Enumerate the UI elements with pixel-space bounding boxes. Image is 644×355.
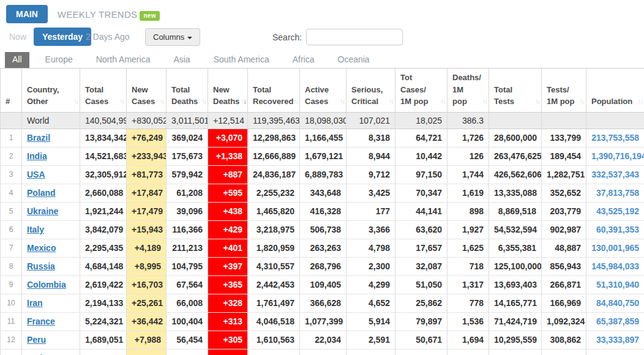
cell-new_cases: +7,988	[127, 331, 167, 349]
country-link[interactable]: France	[27, 316, 55, 326]
sort-icon: ↑↓	[201, 96, 206, 106]
cell-deaths_1m_pop: 1,726	[447, 129, 489, 147]
col-header-total_deaths[interactable]: TotalDeaths↑↓	[167, 69, 208, 112]
table-row-poland: 4Poland2,660,088+17,84761,208+5952,255,2…	[1, 184, 644, 202]
cell-rank: 4	[1, 184, 22, 202]
sort-icon: ↑↓	[241, 96, 245, 106]
continent-tab-europe[interactable]: Europe	[38, 52, 80, 68]
continent-tab-south-america[interactable]: South America	[206, 52, 277, 68]
cell-population: 130,001,965	[586, 239, 644, 257]
columns-dropdown-button[interactable]: Columns	[145, 28, 200, 46]
cell-active_cases: 263,263	[300, 239, 346, 257]
cell-total_recovered: 1,820,959	[248, 239, 300, 257]
cell-tot_cases_1m_pop: 18,025	[395, 112, 447, 129]
continent-tab-oceania[interactable]: Oceania	[331, 52, 377, 68]
col-header-label: Serious,Critical	[351, 85, 383, 106]
cell-total_recovered: 2,442,453	[248, 275, 300, 294]
population-link[interactable]: 43,525,192	[596, 206, 639, 216]
col-header-label: Country,Other	[27, 85, 59, 106]
cell-tot_cases_1m_pop: 44,141	[395, 202, 447, 220]
cell-total_recovered: 3,591,550	[248, 349, 300, 355]
population-link[interactable]: 65,387,859	[596, 316, 639, 326]
country-link[interactable]: Colombia	[27, 280, 66, 290]
country-link[interactable]: Italy	[27, 225, 44, 234]
cell-total_cases: 13,834,342	[80, 129, 127, 147]
search-input[interactable]	[306, 29, 403, 45]
col-header-new_deaths[interactable]: NewDeaths↑↓	[208, 69, 248, 112]
country-link[interactable]: USA	[27, 170, 45, 179]
population-link[interactable]: 213,753,558	[591, 133, 639, 143]
filter-2-days-ago[interactable]: 2 Days Ago	[86, 32, 130, 42]
filter-yesterday[interactable]: Yesterday	[34, 28, 91, 46]
cell-tests_1m_pop: 1,282,751	[542, 165, 586, 184]
col-header-country[interactable]: Country,Other↑↓	[22, 69, 80, 112]
table-row-brazil: 1Brazil13,834,342+76,249369,024+3,07012,…	[1, 129, 644, 147]
cell-new_cases: +63,082	[127, 349, 167, 355]
population-link[interactable]: 60,391,353	[596, 225, 639, 234]
filter-now[interactable]: Now	[9, 32, 26, 42]
population-link[interactable]: 37,813,758	[596, 188, 639, 198]
cell-serious_critical: 9,712	[346, 165, 395, 184]
col-header-tot_cases_1m_pop[interactable]: Tot Cases/1M pop↑↓	[395, 69, 447, 112]
cell-tests_1m_pop: 166,969	[542, 294, 586, 312]
cell-total_tests: 13,693,403	[489, 275, 542, 294]
country-link[interactable]: Poland	[27, 188, 56, 198]
cell-new_deaths: +429	[208, 220, 248, 239]
table-row-colombia: 9Colombia2,619,422+16,70367,564+3652,442…	[1, 275, 644, 294]
col-header-rank: #	[1, 69, 22, 112]
cell-new_deaths: +365	[208, 275, 248, 294]
col-header-deaths_1m_pop[interactable]: Deaths/1M pop↑↓	[447, 69, 489, 112]
country-link[interactable]: Brazil	[27, 133, 50, 143]
cell-active_cases: 1,679,121	[300, 147, 346, 165]
col-header-tests_1m_pop[interactable]: Tests/1M pop↑↓	[542, 69, 586, 112]
sort-icon: ↑↓	[441, 96, 445, 106]
country-link[interactable]: Iran	[27, 298, 43, 308]
population-link[interactable]: 84,840,750	[596, 298, 639, 308]
population-link[interactable]: 33,333,897	[596, 335, 639, 345]
continent-tab-north-america[interactable]: North America	[89, 52, 158, 68]
table-header-row: #Country,Other↑↓TotalCases↑↓NewCases↑↓To…	[1, 69, 644, 112]
tab-weekly-trends[interactable]: WEEKLY TRENDSnew	[48, 5, 163, 20]
population-link[interactable]: 51,310,940	[596, 280, 639, 290]
col-header-new_cases[interactable]: NewCases↑↓	[127, 69, 167, 112]
cell-total_tests: 10,295,559	[489, 331, 542, 349]
cell-total_cases: 2,619,422	[80, 275, 127, 294]
continent-tab-asia[interactable]: Asia	[166, 52, 197, 68]
cell-total_cases: 4,684,148	[80, 257, 127, 275]
col-header-label: NewCases	[132, 85, 155, 106]
col-header-serious_critical[interactable]: Serious,Critical↑↓	[346, 69, 395, 112]
cell-country: Peru	[22, 331, 80, 349]
cell-total_cases: 14,521,683	[80, 147, 127, 165]
cell-total_deaths: 3,011,501	[167, 112, 208, 129]
cell-total_cases: 2,194,133	[80, 294, 127, 312]
country-link[interactable]: India	[27, 151, 47, 161]
table-row-iran: 10Iran2,194,133+25,26166,008+3281,761,49…	[1, 294, 644, 312]
col-header-population[interactable]: Population↑↓	[586, 69, 644, 112]
continent-tab-all[interactable]: All	[5, 52, 29, 68]
cell-tests_1m_pop: 308,862	[542, 331, 586, 349]
country-link[interactable]: Peru	[27, 335, 46, 345]
cell-tot_cases_1m_pop: 51,050	[395, 275, 447, 294]
col-header-label: TotalCases	[85, 85, 108, 106]
cell-serious_critical: 177	[346, 202, 395, 220]
toolbar: Now Yesterday 2 Days Ago Columns Search:	[0, 28, 644, 47]
cell-serious_critical: 3,425	[346, 184, 395, 202]
cell-deaths_1m_pop: 1,744	[447, 165, 489, 184]
population-link[interactable]: 332,537,343	[591, 170, 639, 179]
cell-rank: 7	[1, 239, 22, 257]
country-link[interactable]: Russia	[27, 261, 55, 271]
cell-rank: 6	[1, 220, 22, 239]
col-header-total_tests[interactable]: TotalTests↑↓	[489, 69, 542, 112]
col-header-total_recovered[interactable]: TotalRecovered↑↓	[248, 69, 300, 112]
country-link[interactable]: Ukraine	[27, 206, 58, 216]
cell-tests_1m_pop: 48,887	[542, 239, 586, 257]
cell-new_cases: +25,261	[127, 294, 167, 312]
population-link[interactable]: 130,001,965	[591, 243, 639, 253]
population-link[interactable]: 145,984,033	[591, 261, 639, 271]
continent-tab-africa[interactable]: Africa	[285, 52, 322, 68]
country-link[interactable]: Mexico	[27, 243, 56, 253]
col-header-active_cases[interactable]: ActiveCases↑↓	[300, 69, 346, 112]
population-link[interactable]: 1,390,716,194	[591, 151, 644, 161]
tab-main[interactable]: MAIN	[6, 5, 48, 23]
col-header-total_cases[interactable]: TotalCases↑↓	[80, 69, 127, 112]
